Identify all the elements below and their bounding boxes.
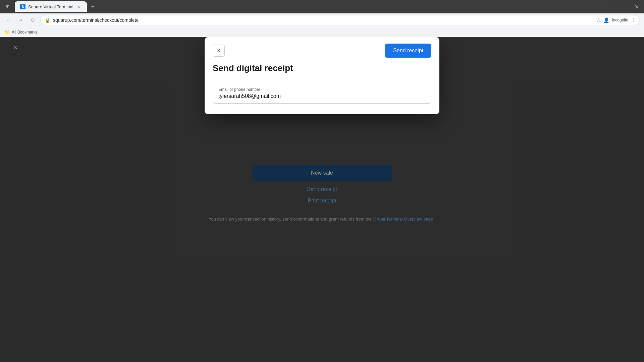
address-icons: ☆ 👤 Incognito ⋮: [596, 17, 636, 23]
browser-titlebar: ▼ S Square Virtual Terminal ✕ + ― □ ✕: [0, 0, 644, 13]
bookmarks-label[interactable]: All Bookmarks: [12, 30, 38, 35]
modal-close-btn[interactable]: ×: [213, 45, 225, 57]
url-text: squarup.com/terminal/checkout/complete: [53, 17, 594, 23]
back-btn[interactable]: ←: [4, 15, 13, 25]
page-content: × $14.72 ($13.99 + $0.73 tax) New sale S…: [0, 37, 644, 362]
address-bar[interactable]: 🔒 squarup.com/terminal/checkout/complete…: [40, 15, 640, 25]
incognito-label: Incognito: [612, 18, 628, 22]
bookmarks-bar: 📁 All Bookmarks: [0, 27, 644, 37]
bookmarks-folder-icon: 📁: [4, 29, 10, 35]
tab-bar: S Square Virtual Terminal ✕ +: [15, 1, 605, 12]
bookmark-star-icon[interactable]: ☆: [596, 17, 601, 23]
email-phone-label: Email or phone number: [218, 87, 426, 92]
close-window-btn[interactable]: ✕: [632, 2, 641, 11]
modal-body: Send digital receipt Email or phone numb…: [205, 63, 439, 114]
tab-favicon: S: [20, 4, 25, 9]
forward-btn[interactable]: →: [16, 15, 25, 25]
refresh-btn[interactable]: ⟳: [28, 15, 38, 25]
new-tab-btn[interactable]: +: [88, 2, 98, 11]
tab-title: Square Virtual Terminal: [28, 4, 73, 9]
profile-icon[interactable]: 👤: [603, 17, 609, 23]
send-receipt-modal: × Send receipt Send digital receipt Emai…: [205, 37, 439, 114]
browser-frame: ▼ S Square Virtual Terminal ✕ + ― □ ✕ ← …: [0, 0, 644, 362]
email-phone-input[interactable]: [218, 93, 426, 99]
address-bar-row: ← → ⟳ 🔒 squarup.com/terminal/checkout/co…: [0, 13, 644, 27]
active-tab[interactable]: S Square Virtual Terminal ✕: [15, 1, 87, 12]
window-controls: ― □ ✕: [608, 2, 641, 11]
minimize-btn[interactable]: ―: [608, 2, 617, 11]
tab-close-btn[interactable]: ✕: [76, 4, 82, 9]
modal-overlay: × Send receipt Send digital receipt Emai…: [0, 37, 644, 362]
modal-title: Send digital receipt: [213, 63, 431, 73]
tab-dropdown-btn[interactable]: ▼: [3, 2, 12, 11]
lock-icon: 🔒: [45, 17, 50, 23]
email-phone-input-group[interactable]: Email or phone number: [213, 83, 431, 104]
menu-dots-icon[interactable]: ⋮: [631, 17, 636, 23]
modal-header: × Send receipt: [205, 37, 439, 63]
maximize-btn[interactable]: □: [620, 2, 629, 11]
send-receipt-btn[interactable]: Send receipt: [385, 44, 431, 58]
